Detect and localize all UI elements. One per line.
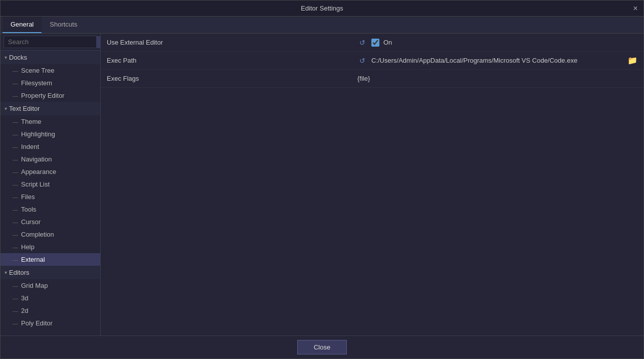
section-editors[interactable]: ▾ Editors [1,266,100,279]
sidebar-item-grid-map[interactable]: — Grid Map [1,279,100,292]
sidebar-item-cursor-label: Cursor [21,218,41,226]
dash-icon: — [13,80,18,86]
dash-icon: — [13,182,18,188]
search-button[interactable]: 🔍 [97,36,101,48]
section-docks-label: Docks [9,54,27,61]
dash-icon: — [13,93,18,99]
use-external-editor-controls: ↺ On [357,39,637,47]
dash-icon: — [13,295,18,301]
dash-icon: — [13,68,18,74]
sidebar-item-indent-label: Indent [21,143,39,150]
dash-icon: — [13,320,18,326]
sidebar-item-scene-tree-label: Scene Tree [21,67,55,74]
sidebar-item-completion[interactable]: — Completion [1,228,100,241]
folder-browse-icon[interactable]: 📁 [627,56,637,65]
sidebar-item-theme-label: Theme [21,118,41,125]
exec-flags-controls: {file} [357,75,637,82]
dash-icon: — [13,232,18,238]
exec-path-controls: ↺ C:/Users/Admin/AppData/Local/Programs/… [357,56,637,65]
exec-path-reset-icon[interactable]: ↺ [357,57,367,65]
sidebar-item-script-list[interactable]: — Script List [1,178,100,191]
sidebar: 🔍 ▾ Docks — Scene Tree — Filesystem [1,34,101,335]
sidebar-item-files-label: Files [21,193,35,201]
sidebar-item-filesystem[interactable]: — Filesystem [1,77,100,89]
setting-row-exec-flags: Exec Flags {file} [101,70,643,88]
tabs-bar: General Shortcuts [1,17,643,34]
exec-flags-label: Exec Flags [107,75,357,82]
exec-path-label: Exec Path [107,57,357,64]
close-dialog-button[interactable]: Close [297,340,347,354]
sidebar-item-highlighting[interactable]: — Highlighting [1,128,100,140]
exec-flags-value: {file} [357,75,637,82]
sidebar-item-3d-label: 3d [21,294,28,302]
main-content: 🔍 ▾ Docks — Scene Tree — Filesystem [1,34,643,335]
dash-icon: — [13,131,18,137]
section-docks[interactable]: ▾ Docks [1,51,100,64]
sidebar-item-appearance[interactable]: — Appearance [1,165,100,178]
sidebar-item-external[interactable]: — External [1,253,100,266]
use-external-editor-reset-icon[interactable]: ↺ [357,39,367,47]
editor-settings-dialog: Editor Settings × General Shortcuts 🔍 ▾ … [0,0,644,359]
bottom-bar: Close [1,335,643,358]
editors-arrow-icon: ▾ [5,270,7,275]
sidebar-item-2d-label: 2d [21,307,28,314]
setting-row-exec-path: Exec Path ↺ C:/Users/Admin/AppData/Local… [101,52,643,70]
sidebar-item-navigation-label: Navigation [21,155,52,163]
text-editor-arrow-icon: ▾ [5,106,7,111]
dash-icon: — [13,244,18,250]
dialog-title: Editor Settings [301,5,343,12]
sidebar-item-help-label: Help [21,243,35,251]
sidebar-item-filesystem-label: Filesystem [21,79,52,87]
use-external-editor-checkbox[interactable] [371,39,379,47]
sidebar-item-highlighting-label: Highlighting [21,130,55,138]
sidebar-item-scene-tree[interactable]: — Scene Tree [1,64,100,77]
section-editors-label: Editors [9,269,29,276]
sidebar-item-tools-label: Tools [21,206,36,213]
use-external-editor-label: Use External Editor [107,39,357,46]
sidebar-item-cursor[interactable]: — Cursor [1,216,100,228]
dash-icon: — [13,194,18,200]
dash-icon: — [13,169,18,175]
sidebar-item-poly-editor[interactable]: — Poly Editor [1,317,100,329]
search-bar: 🔍 [1,34,100,51]
dash-icon: — [13,207,18,213]
sidebar-item-theme[interactable]: — Theme [1,115,100,128]
sidebar-item-navigation[interactable]: — Navigation [1,153,100,165]
sidebar-item-completion-label: Completion [21,231,54,238]
tab-shortcuts[interactable]: Shortcuts [42,17,85,33]
setting-row-use-external-editor: Use External Editor ↺ On [101,34,643,52]
sidebar-item-property-editor-label: Property Editor [21,92,65,99]
title-bar: Editor Settings × [1,1,643,17]
content-panel: Use External Editor ↺ On Exec Path ↺ C:/… [101,34,643,335]
dash-icon: — [13,283,18,289]
sidebar-item-external-label: External [21,256,45,263]
use-external-editor-value: On [383,39,392,46]
dash-icon: — [13,219,18,225]
search-input[interactable] [4,36,97,48]
sidebar-item-script-list-label: Script List [21,181,50,188]
docks-arrow-icon: ▾ [5,55,7,60]
section-text-editor[interactable]: ▾ Text Editor [1,102,100,115]
sidebar-item-help[interactable]: — Help [1,241,100,253]
tab-general[interactable]: General [3,17,42,33]
sidebar-item-indent[interactable]: — Indent [1,140,100,153]
dash-icon: — [13,119,18,125]
dash-icon: — [13,257,18,263]
sidebar-item-tools[interactable]: — Tools [1,203,100,216]
sidebar-item-appearance-label: Appearance [21,168,56,175]
exec-path-value: C:/Users/Admin/AppData/Local/Programs/Mi… [371,57,623,64]
sidebar-items-container: ▾ Docks — Scene Tree — Filesystem — Prop… [1,51,100,335]
sidebar-item-property-editor[interactable]: — Property Editor [1,89,100,102]
dash-icon: — [13,308,18,314]
sidebar-item-2d[interactable]: — 2d [1,304,100,317]
sidebar-item-grid-map-label: Grid Map [21,282,48,289]
sidebar-item-poly-editor-label: Poly Editor [21,319,53,327]
sidebar-item-files[interactable]: — Files [1,191,100,203]
sidebar-item-3d[interactable]: — 3d [1,292,100,304]
dash-icon: — [13,144,18,150]
window-close-button[interactable]: × [627,1,643,17]
dash-icon: — [13,156,18,162]
section-text-editor-label: Text Editor [9,105,40,112]
